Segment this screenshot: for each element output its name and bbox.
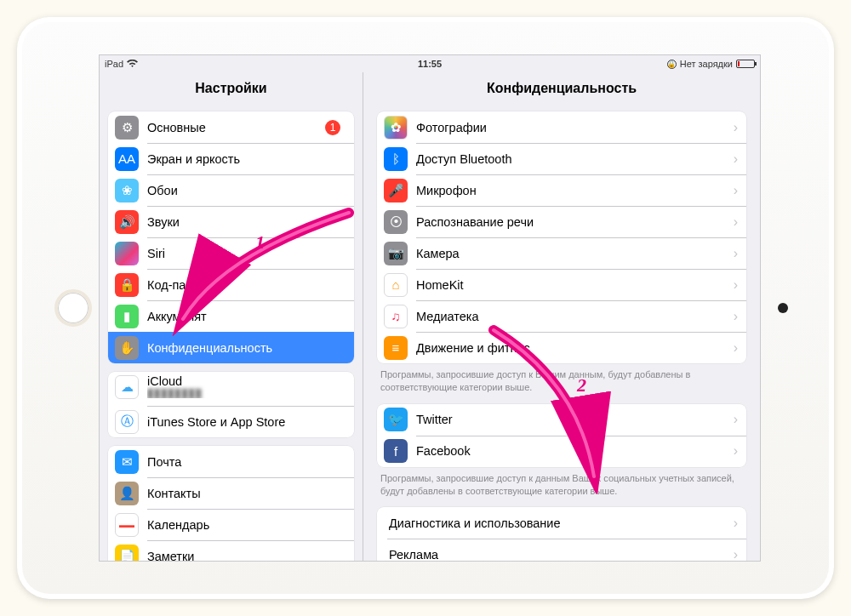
- general-badge: 1: [325, 120, 340, 135]
- wallpaper-label: Обои: [147, 184, 346, 197]
- notes-icon: 📄: [115, 545, 139, 562]
- chevron-right-icon: ›: [734, 340, 738, 356]
- privacy-label: Конфиденциальность: [147, 341, 346, 355]
- screen: iPad 11:55 🔒 Нет зарядки Настройки ⚙Осно…: [99, 54, 761, 562]
- sidebar-group: ⚙Основные1AAЭкран и яркость❀Обои🔊ЗвукиSi…: [108, 111, 354, 363]
- siri-label: Siri: [147, 247, 346, 260]
- calendar-icon: ▬▬: [115, 513, 139, 537]
- privacy-group-social: 🐦Twitter›fFacebook›: [377, 404, 746, 467]
- chevron-right-icon: ›: [734, 516, 738, 531]
- row-twitter[interactable]: 🐦Twitter›: [377, 404, 746, 436]
- row-privacy[interactable]: ✋Конфиденциальность: [108, 332, 354, 363]
- device-name: iPad: [105, 59, 123, 69]
- home-button[interactable]: [54, 289, 92, 327]
- ipad-frame: iPad 11:55 🔒 Нет зарядки Настройки ⚙Осно…: [17, 17, 834, 599]
- motion-label: Движение и фитнес: [416, 341, 734, 355]
- passcode-icon: 🔒: [115, 273, 139, 297]
- status-bar: iPad 11:55 🔒 Нет зарядки: [100, 55, 760, 72]
- row-diag[interactable]: Диагностика и использование›: [377, 507, 746, 539]
- media-label: Медиатека: [416, 310, 734, 323]
- ads-label: Реклама: [389, 548, 734, 561]
- detail-pane: Конфиденциальность ✿Фотографии›ᛒДоступ B…: [363, 72, 760, 561]
- twitter-icon: 🐦: [384, 408, 408, 431]
- battery-text: Нет зарядки: [680, 59, 733, 69]
- motion-icon: ≡: [384, 336, 408, 360]
- sidebar-title: Настройки: [100, 72, 363, 103]
- row-display[interactable]: AAЭкран и яркость: [108, 143, 354, 174]
- chevron-right-icon: ›: [734, 246, 738, 261]
- passcode-label: Код-пароль: [147, 278, 346, 292]
- store-label: iTunes Store и App Store: [147, 415, 346, 429]
- diag-label: Диагностика и использование: [389, 516, 734, 530]
- row-passcode[interactable]: 🔒Код-пароль: [108, 269, 354, 300]
- row-calendar[interactable]: ▬▬Календарь: [108, 509, 354, 540]
- row-sounds[interactable]: 🔊Звуки: [108, 206, 354, 237]
- settings-sidebar: Настройки ⚙Основные1AAЭкран и яркость❀Об…: [100, 72, 363, 561]
- ipad-bezel: iPad 11:55 🔒 Нет зарядки Настройки ⚙Осно…: [22, 22, 829, 594]
- privacy-group-system: Диагностика и использование›Реклама›: [377, 507, 746, 561]
- microphone-icon: 🎤: [384, 179, 408, 202]
- privacy-icon: ✋: [115, 336, 139, 360]
- detail-title: Конфиденциальность: [363, 72, 760, 103]
- row-general[interactable]: ⚙Основные1: [108, 111, 354, 143]
- privacy-group-1: ✿Фотографии›ᛒДоступ Bluetooth›🎤Микрофон›…: [377, 111, 746, 363]
- contacts-icon: 👤: [115, 482, 139, 505]
- wallpaper-icon: ❀: [115, 179, 139, 202]
- row-battery[interactable]: ▮Аккумулят: [108, 300, 354, 332]
- photos-label: Фотографии: [416, 121, 734, 134]
- speech-icon: ⦿: [384, 210, 408, 234]
- display-label: Экран и яркость: [147, 152, 346, 166]
- icloud-label: iCloud████████: [147, 375, 346, 398]
- row-microphone[interactable]: 🎤Микрофон›: [377, 174, 746, 206]
- sidebar-group: ☁iCloud████████ⒶiTunes Store и App Store: [108, 372, 354, 437]
- chevron-right-icon: ›: [734, 183, 738, 198]
- chevron-right-icon: ›: [734, 214, 738, 230]
- notes-label: Заметки: [147, 550, 346, 562]
- photos-icon: ✿: [384, 116, 408, 140]
- row-motion[interactable]: ≡Движение и фитнес›: [377, 332, 746, 363]
- homekit-label: HomeKit: [416, 278, 734, 292]
- row-contacts[interactable]: 👤Контакты: [108, 477, 354, 509]
- general-icon: ⚙: [115, 116, 139, 140]
- battery-icon: [736, 60, 755, 68]
- chevron-right-icon: ›: [734, 151, 738, 167]
- orientation-lock-icon: 🔒: [667, 60, 677, 69]
- annotation-number-1: 1: [255, 231, 265, 254]
- general-label: Основные: [147, 121, 325, 134]
- row-mail[interactable]: ✉Почта: [108, 446, 354, 477]
- row-store[interactable]: ⒶiTunes Store и App Store: [108, 406, 354, 437]
- bluetooth-icon: ᛒ: [384, 147, 408, 171]
- icloud-icon: ☁: [115, 375, 139, 399]
- chevron-right-icon: ›: [734, 547, 738, 561]
- battery-icon: ▮: [115, 305, 139, 328]
- row-ads[interactable]: Реклама›: [377, 539, 746, 561]
- wifi-icon: [127, 60, 138, 68]
- calendar-label: Календарь: [147, 518, 346, 532]
- bluetooth-label: Доступ Bluetooth: [416, 152, 734, 166]
- display-icon: AA: [115, 147, 139, 171]
- sounds-label: Звуки: [147, 215, 346, 229]
- row-photos[interactable]: ✿Фотографии›: [377, 111, 746, 143]
- footer-note-1: Программы, запросившие доступ к Вашим да…: [363, 363, 760, 396]
- row-facebook[interactable]: fFacebook›: [377, 436, 746, 467]
- row-siri[interactable]: Siri: [108, 237, 354, 269]
- chevron-right-icon: ›: [734, 309, 738, 324]
- facebook-label: Facebook: [416, 444, 734, 458]
- row-media[interactable]: ♫Медиатека›: [377, 300, 746, 332]
- row-homekit[interactable]: ⌂HomeKit›: [377, 269, 746, 300]
- sidebar-group: ✉Почта👤Контакты▬▬Календарь📄Заметки: [108, 446, 354, 562]
- row-notes[interactable]: 📄Заметки: [108, 540, 354, 562]
- sounds-icon: 🔊: [115, 210, 139, 234]
- row-wallpaper[interactable]: ❀Обои: [108, 174, 354, 206]
- camera-label: Камера: [416, 247, 734, 260]
- row-icloud[interactable]: ☁iCloud████████: [108, 372, 354, 406]
- homekit-icon: ⌂: [384, 273, 408, 297]
- row-speech[interactable]: ⦿Распознавание речи›: [377, 206, 746, 237]
- row-camera[interactable]: 📷Камера›: [377, 237, 746, 269]
- row-bluetooth[interactable]: ᛒДоступ Bluetooth›: [377, 143, 746, 174]
- facebook-icon: f: [384, 439, 408, 463]
- contacts-label: Контакты: [147, 487, 346, 500]
- siri-icon: [115, 242, 139, 265]
- footer-note-2: Программы, запросившие доступ к данным В…: [363, 467, 760, 499]
- front-camera: [778, 303, 788, 313]
